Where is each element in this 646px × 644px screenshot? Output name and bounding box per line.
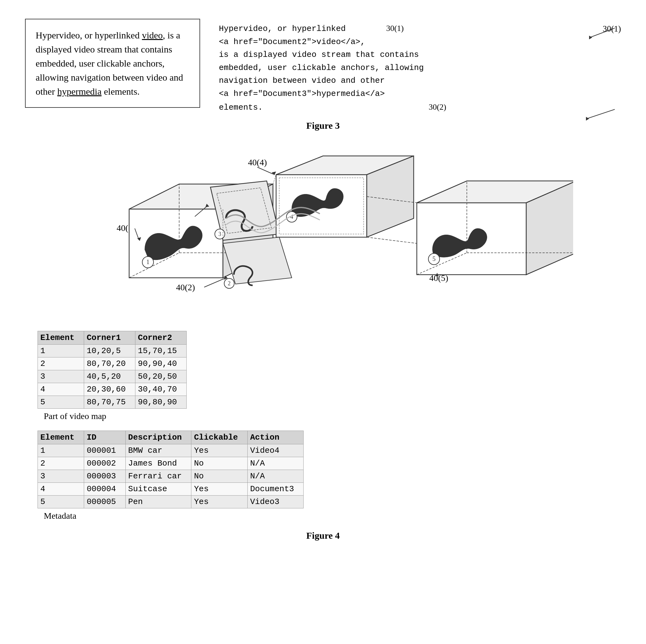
videomap-table: Element Corner1 Corner2 110,20,515,70,15…: [37, 331, 187, 409]
video-underline: video: [142, 30, 163, 40]
ref-30-1: 30(1): [386, 24, 404, 33]
svg-marker-21: [223, 237, 292, 284]
figure3-textbox: Hypervideo, or hyperlinked video, is a d…: [25, 19, 200, 108]
table-row: 280,70,2090,90,40: [38, 358, 187, 370]
col-id: ID: [84, 431, 126, 444]
num-5: 5: [432, 255, 436, 262]
ref-30-2: 30(2): [429, 103, 446, 112]
col-action: Action: [247, 431, 303, 444]
num-1: 1: [146, 258, 149, 265]
figure3-text: Hypervideo, or hyperlinked video, is a d…: [36, 30, 183, 97]
svg-marker-3: [586, 117, 589, 121]
table-row: 4000004SuitcaseYesDocument3: [38, 483, 304, 496]
svg-line-32: [257, 167, 273, 174]
col-description: Description: [125, 431, 191, 444]
num-2: 2: [228, 280, 231, 286]
table-row: 5000005PenYesVideo3: [38, 496, 304, 508]
metadata-section: Element ID Description Clickable Action …: [37, 430, 621, 521]
table-row: 420,30,6030,40,70: [38, 383, 187, 396]
metadata-caption: Metadata: [37, 511, 76, 521]
label-40-2: 40(2): [176, 282, 195, 292]
diagram-svg: 40(1) 40(2) 40(3) 40(4) 40(5): [73, 147, 573, 315]
table-row: 110,20,515,70,15: [38, 345, 187, 358]
col-corner2: Corner2: [135, 331, 187, 345]
hypermedia-underline: hypermedia: [57, 86, 102, 97]
metadata-table: Element ID Description Clickable Action …: [37, 430, 304, 508]
svg-line-2: [586, 109, 615, 119]
col-element-vm: Element: [38, 331, 84, 345]
figure3-code-panel: 30(1) Hypervideo, or hyperlinked 30(1) <…: [219, 19, 621, 114]
label-40-4: 40(4): [248, 157, 267, 167]
label-30-1: 30(1): [603, 22, 621, 36]
col-element-md: Element: [38, 431, 84, 444]
svg-marker-1: [589, 36, 592, 39]
table-row: 340,5,2050,20,50: [38, 370, 187, 383]
figure3-caption: Figure 3: [25, 120, 621, 131]
table-row: 1000001BMW carYesVideo4: [38, 444, 304, 457]
svg-line-37: [273, 175, 276, 184]
svg-line-40: [204, 278, 226, 287]
page: Hypervideo, or hyperlinked video, is a d…: [0, 0, 646, 644]
table-row: 2000002James BondNoN/A: [38, 457, 304, 470]
figure4-area: 40(1) 40(2) 40(3) 40(4) 40(5): [25, 147, 621, 541]
num-3: 3: [219, 231, 221, 237]
videomap-section: Element Corner1 Corner2 110,20,515,70,15…: [37, 331, 621, 421]
svg-marker-33: [272, 171, 276, 175]
col-corner1: Corner1: [84, 331, 135, 345]
diagram-container: 40(1) 40(2) 40(3) 40(4) 40(5): [25, 147, 621, 315]
figure3-area: Hypervideo, or hyperlinked video, is a d…: [25, 19, 621, 114]
col-clickable: Clickable: [191, 431, 247, 444]
table-row: 580,70,7590,80,90: [38, 396, 187, 409]
figure4-caption: Figure 4: [25, 530, 621, 541]
table-row: 3000003Ferrari carNoN/A: [38, 470, 304, 483]
figure3-code: Hypervideo, or hyperlinked 30(1) <a href…: [219, 22, 565, 114]
videomap-caption: Part of video map: [37, 411, 106, 421]
tables-area: Element Corner1 Corner2 110,20,515,70,15…: [25, 331, 621, 521]
svg-line-39: [367, 237, 417, 243]
